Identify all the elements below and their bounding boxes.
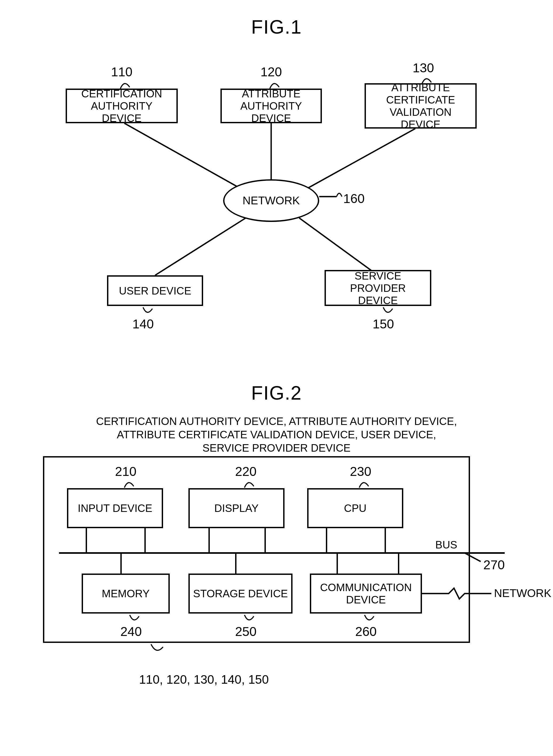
ref-tick	[243, 613, 256, 626]
ref-230: 230	[350, 464, 371, 479]
ref-tick	[382, 306, 395, 318]
cpu-box: CPU	[307, 488, 403, 528]
attribute-authority-box: ATTRIBUTE AUTHORITY DEVICE	[221, 89, 322, 123]
comm-box: COMMUNICATION DEVICE	[310, 574, 422, 613]
box-label: DISPLAY	[214, 502, 259, 514]
input-device-box: INPUT DEVICE	[67, 488, 163, 528]
svg-line-0	[125, 123, 243, 190]
frame-ref-tick	[150, 643, 166, 658]
svg-line-4	[299, 218, 378, 275]
device-frame	[43, 456, 470, 643]
storage-box: STORAGE DEVICE	[188, 574, 293, 613]
svg-line-2	[305, 128, 415, 190]
ref-140: 140	[132, 317, 154, 331]
ref-tick	[129, 613, 142, 626]
bus-label: BUS	[435, 539, 457, 551]
ref-250: 250	[235, 624, 256, 639]
attribute-cert-validation-box: ATTRIBUTE CERTIFICATE VALIDATION DEVICE	[365, 83, 477, 128]
network-out-label: NETWORK	[494, 587, 551, 600]
box-label: CPU	[344, 502, 367, 514]
ref-tick	[421, 73, 434, 85]
fig1-diagram: CERTIFICATION AUTHORITY DEVICE 110 ATTRI…	[50, 49, 503, 342]
memory-box: MEMORY	[82, 574, 170, 613]
ref-tick	[119, 78, 132, 90]
fig2-caption: CERTIFICATION AUTHORITY DEVICE, ATTRIBUT…	[43, 414, 510, 455]
box-label: COMMUNICATION DEVICE	[320, 581, 412, 606]
ref-tick	[358, 477, 371, 489]
certification-authority-box: CERTIFICATION AUTHORITY DEVICE	[66, 89, 178, 123]
box-label: ATTRIBUTE AUTHORITY DEVICE	[225, 88, 317, 124]
box-label: INPUT DEVICE	[78, 502, 152, 514]
box-label: ATTRIBUTE CERTIFICATE VALIDATION DEVICE	[369, 81, 472, 130]
ref-tick	[268, 78, 282, 90]
ref-tick	[243, 477, 256, 489]
frame-refs: 110, 120, 130, 140, 150	[43, 672, 510, 687]
ref-210: 210	[115, 464, 136, 479]
ref-120: 120	[260, 65, 282, 79]
box-label: SERVICE PROVIDER DEVICE	[329, 270, 427, 306]
ref-270: 270	[483, 558, 505, 572]
ref-240: 240	[121, 624, 142, 639]
ref-tick	[142, 306, 155, 318]
bus-line	[59, 552, 505, 554]
user-device-box: USER DEVICE	[107, 275, 203, 306]
svg-line-3	[155, 218, 246, 275]
network-node: NETWORK	[223, 179, 319, 222]
ref-150: 150	[373, 317, 394, 331]
ref-260: 260	[355, 624, 377, 639]
fig1-title: FIG.1	[11, 16, 542, 38]
fig2-title: FIG.2	[11, 382, 542, 404]
service-provider-box: SERVICE PROVIDER DEVICE	[325, 270, 431, 306]
network-label: NETWORK	[243, 194, 300, 207]
box-label: STORAGE DEVICE	[193, 587, 288, 600]
svg-line-6	[465, 553, 481, 562]
fig2-diagram: CERTIFICATION AUTHORITY DEVICE, ATTRIBUT…	[43, 414, 510, 687]
ref-160: 160	[343, 191, 365, 206]
ref-tick	[363, 613, 377, 626]
network-lead	[422, 587, 491, 605]
ref-110: 110	[111, 65, 132, 79]
ref-220: 220	[235, 464, 256, 479]
ref-tick	[123, 477, 136, 489]
display-box: DISPLAY	[188, 488, 285, 528]
box-label: CERTIFICATION AUTHORITY DEVICE	[70, 88, 173, 124]
box-label: USER DEVICE	[119, 285, 191, 297]
box-label: MEMORY	[102, 587, 149, 600]
